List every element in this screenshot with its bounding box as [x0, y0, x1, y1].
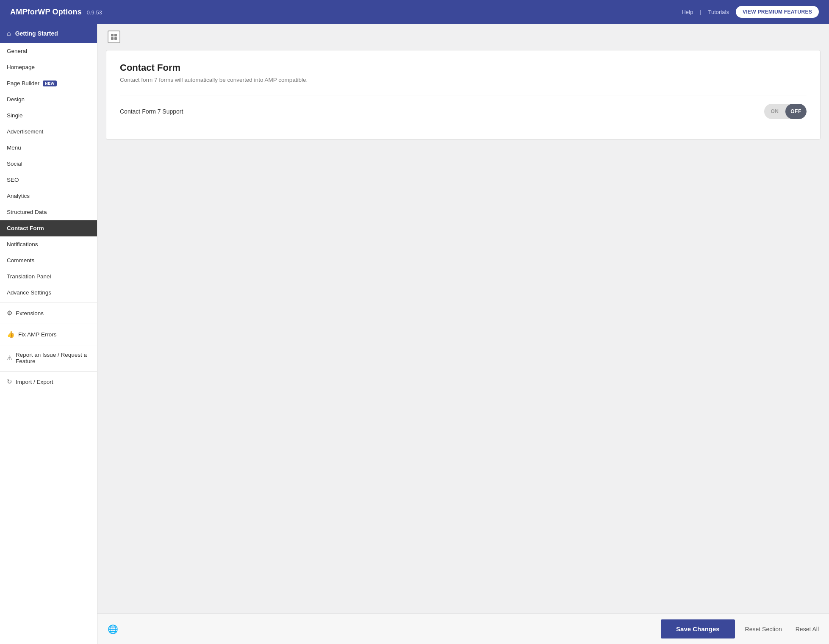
sidebar-label-social: Social	[7, 161, 22, 167]
help-link[interactable]: Help	[682, 9, 693, 15]
grid-dot-3	[111, 37, 114, 40]
grid-dot-4	[114, 37, 117, 40]
getting-started-label: Getting Started	[15, 30, 58, 37]
sidebar-item-seo[interactable]: SEO	[0, 172, 97, 188]
sidebar-label-single: Single	[7, 112, 23, 119]
sidebar-item-structured-data[interactable]: Structured Data	[0, 204, 97, 220]
sidebar-divider-4	[0, 371, 97, 372]
sidebar-item-advance-settings[interactable]: Advance Settings	[0, 285, 97, 301]
view-premium-button[interactable]: VIEW PREMIUM FEATURES	[736, 6, 819, 18]
sidebar-item-analytics[interactable]: Analytics	[0, 188, 97, 204]
sidebar-item-getting-started[interactable]: ⌂ Getting Started	[0, 24, 97, 43]
sidebar-label-menu: Menu	[7, 144, 21, 151]
sidebar-label-seo: SEO	[7, 177, 19, 183]
sidebar-label-extensions: Extensions	[16, 310, 44, 316]
grid-dot-2	[114, 34, 117, 36]
sidebar-divider-1	[0, 303, 97, 303]
contact-form-7-toggle[interactable]: ON OFF	[764, 104, 807, 119]
sidebar-item-design[interactable]: Design	[0, 92, 97, 108]
app-layout: ⌂ Getting Started General Homepage Page …	[0, 24, 829, 644]
sidebar-item-import-export[interactable]: ↻ Import / Export	[0, 373, 97, 391]
sidebar-label-advertisement: Advertisement	[7, 128, 43, 135]
grid-dot-1	[111, 34, 114, 36]
header-actions: Help | Tutorials VIEW PREMIUM FEATURES	[682, 6, 819, 18]
sidebar-item-menu[interactable]: Menu	[0, 140, 97, 156]
toggle-on-option[interactable]: ON	[764, 104, 785, 119]
sidebar-item-advertisement[interactable]: Advertisement	[0, 124, 97, 140]
sidebar-divider-2	[0, 324, 97, 324]
footer-bar: 🌐 Save Changes Reset Section Reset All	[97, 613, 829, 644]
toggle-off-option[interactable]: OFF	[785, 104, 807, 119]
setting-label-contact-form-7: Contact Form 7 Support	[120, 108, 183, 115]
sidebar-label-general: General	[7, 48, 27, 54]
sidebar-item-notifications[interactable]: Notifications	[0, 236, 97, 253]
save-changes-button[interactable]: Save Changes	[661, 619, 735, 638]
tutorials-link[interactable]: Tutorials	[708, 9, 729, 15]
sidebar-label-import-export: Import / Export	[16, 379, 53, 385]
sidebar-label-translation-panel: Translation Panel	[7, 273, 51, 280]
sidebar-item-homepage[interactable]: Homepage	[0, 59, 97, 75]
refresh-icon: ↻	[7, 378, 12, 386]
sidebar-label-fix-amp-errors: Fix AMP Errors	[18, 331, 57, 338]
app-version: 0.9.53	[87, 9, 102, 16]
sidebar-label-design: Design	[7, 96, 25, 103]
reset-all-button[interactable]: Reset All	[796, 626, 819, 633]
grid-icon-inner	[111, 34, 117, 40]
header-title-area: AMPforWP Options 0.9.53	[10, 8, 102, 17]
badge-new: NEW	[43, 80, 57, 86]
app-title: AMPforWP Options	[10, 8, 82, 16]
setting-row-contact-form-7: Contact Form 7 Support ON OFF	[120, 95, 807, 128]
sidebar-item-general[interactable]: General	[0, 43, 97, 59]
thumbsup-icon: 👍	[7, 330, 15, 338]
sidebar-item-extensions[interactable]: ⚙ Extensions	[0, 305, 97, 322]
gear-icon: ⚙	[7, 309, 12, 317]
sidebar-label-structured-data: Structured Data	[7, 209, 47, 215]
warning-icon: ⚠	[7, 354, 12, 362]
sidebar: ⌂ Getting Started General Homepage Page …	[0, 24, 97, 644]
content-body: Contact Form Contact form 7 forms will a…	[106, 50, 821, 140]
main-content: Contact Form Contact form 7 forms will a…	[97, 24, 829, 644]
sidebar-label-homepage: Homepage	[7, 64, 35, 70]
globe-icon: 🌐	[108, 624, 661, 634]
sidebar-label-contact-form: Contact Form	[7, 225, 44, 231]
sidebar-divider-3	[0, 345, 97, 345]
sidebar-item-contact-form[interactable]: Contact Form	[0, 220, 97, 236]
grid-view-button[interactable]	[108, 31, 120, 43]
sidebar-item-report-issue[interactable]: ⚠ Report an Issue / Request a Feature	[0, 347, 97, 369]
sidebar-label-analytics: Analytics	[7, 193, 30, 199]
sidebar-label-notifications: Notifications	[7, 241, 38, 247]
sidebar-label-comments: Comments	[7, 257, 34, 264]
sidebar-item-single[interactable]: Single	[0, 108, 97, 124]
sidebar-item-comments[interactable]: Comments	[0, 253, 97, 269]
sidebar-label-page-builder: Page Builder	[7, 80, 39, 86]
header-divider: |	[700, 9, 701, 15]
section-title: Contact Form	[120, 62, 807, 73]
section-description: Contact form 7 forms will automatically …	[120, 77, 807, 83]
reset-section-button[interactable]: Reset Section	[745, 626, 782, 633]
app-header: AMPforWP Options 0.9.53 Help | Tutorials…	[0, 0, 829, 24]
sidebar-item-fix-amp-errors[interactable]: 👍 Fix AMP Errors	[0, 326, 97, 343]
sidebar-item-page-builder[interactable]: Page Builder NEW	[0, 75, 97, 92]
content-header	[97, 24, 829, 43]
sidebar-label-advance-settings: Advance Settings	[7, 289, 51, 296]
sidebar-label-report-issue: Report an Issue / Request a Feature	[16, 352, 90, 364]
home-icon: ⌂	[7, 30, 11, 37]
sidebar-item-social[interactable]: Social	[0, 156, 97, 172]
sidebar-item-translation-panel[interactable]: Translation Panel	[0, 269, 97, 285]
